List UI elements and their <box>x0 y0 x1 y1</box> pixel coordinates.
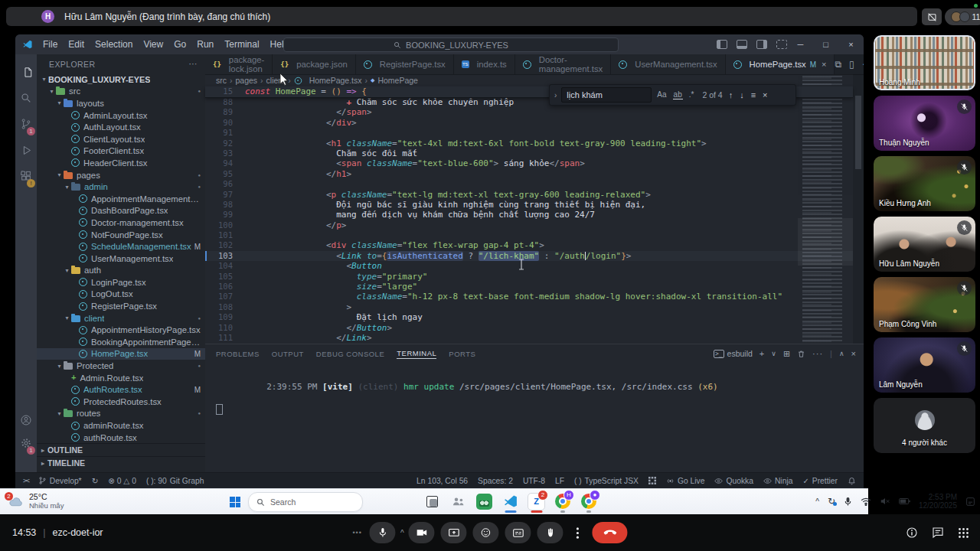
chrome-profile2-button[interactable]: ● <box>579 492 598 511</box>
captions-button[interactable] <box>505 522 531 543</box>
code-line-106[interactable]: 106 size="large" <box>205 282 853 292</box>
tree-item-auth[interactable]: ▾auth <box>37 265 205 277</box>
code-line-93[interactable]: 93 Chăm sóc đôi mắt <box>205 148 853 158</box>
maximize-panel-icon[interactable]: ∧ <box>839 350 844 357</box>
tree-item-AppointmentHistoryPage.tsx[interactable]: AppointmentHistoryPage.tsx <box>37 324 205 336</box>
toggle-panel-icon[interactable] <box>737 40 747 49</box>
task-view-button[interactable] <box>423 492 442 511</box>
code-line-103[interactable]: 103 <Link to={isAuthenticated ? "/lich-k… <box>205 251 853 261</box>
more-options-button[interactable] <box>570 522 586 543</box>
windows-start-button[interactable] <box>230 497 240 507</box>
code-line-96[interactable]: 96 <box>205 179 853 189</box>
participant-tile-Phạm Công Vinh[interactable]: Phạm Công Vinh <box>874 277 975 332</box>
code-line-102[interactable]: 102 <div className="flex flex-wrap gap-4… <box>205 240 853 250</box>
participant-tile-4 người khác[interactable]: 4 người khác <box>874 398 975 453</box>
remote-indicator[interactable]: >< <box>23 477 28 484</box>
editor-tab-Doctor-management.tsx[interactable]: Doctor-management.tsx <box>515 54 612 74</box>
code-line-97[interactable]: 97 <p className="text-lg md:text-xl text… <box>205 190 853 200</box>
vscode-taskbar-button[interactable] <box>501 492 520 511</box>
menu-selection[interactable]: Selection <box>90 39 138 50</box>
code-line-109[interactable]: 109 Đặt lịch ngay <box>205 312 853 322</box>
tree-item-RegisterPage.tsx[interactable]: RegisterPage.tsx <box>37 300 205 312</box>
tree-item-pages[interactable]: ▾pages● <box>37 169 205 181</box>
reactions-button[interactable] <box>473 522 499 543</box>
tree-item-AuthRoutes.tsx[interactable]: AuthRoutes.tsxM <box>37 383 205 396</box>
editor-tab-UserManagement.tsx[interactable]: UserManagement.tsx <box>611 54 725 74</box>
status-item-ln-103-col-56[interactable]: Ln 103, Col 56 <box>416 477 468 485</box>
tree-item-ClientLayout.tsx[interactable]: ClientLayout.tsx <box>37 133 205 145</box>
close-panel-icon[interactable]: × <box>851 349 856 358</box>
minimap-slider[interactable] <box>798 218 853 266</box>
tree-item-ScheduleManagement.tsx[interactable]: ScheduleManagement.tsxM <box>37 240 205 253</box>
whole-word-toggle[interactable]: ab <box>673 90 683 99</box>
minimize-button[interactable]: ─ <box>788 34 813 54</box>
kill-terminal-icon[interactable] <box>797 350 805 358</box>
code-line-107[interactable]: 107 className="h-12 px-8 text-base font-… <box>205 292 853 302</box>
customize-layout-icon[interactable] <box>776 40 787 49</box>
tree-item-HomePage.tsx[interactable]: HomePage.tsxM <box>37 348 205 360</box>
status-item-ninja[interactable]: Ninja <box>763 477 792 485</box>
editor-tab-HomePage.tsx[interactable]: HomePage.tsxM× <box>726 54 835 74</box>
activities-grid-icon[interactable] <box>958 527 969 539</box>
split-terminal-icon[interactable]: ⊞ <box>783 349 790 359</box>
people-widget-button[interactable] <box>449 492 468 511</box>
command-center-search[interactable]: BOOKING_LUXURY-EYES <box>283 37 619 52</box>
code-line-98[interactable]: 98 Đội ngũ bác sĩ giàu kinh nghiệm cùng … <box>205 200 853 210</box>
taskbar-clock[interactable]: 2:53 PM 12/20/2025 <box>919 493 957 510</box>
find-in-selection-icon[interactable]: ≡ <box>751 90 756 99</box>
tree-item-AdminLayout.tsx[interactable]: AdminLayout.tsx <box>37 109 205 122</box>
code-line-89[interactable]: 89 </span> <box>205 107 853 117</box>
panel-tab-output[interactable]: OUTPUT <box>272 350 304 358</box>
mic-options-icon[interactable]: ••• <box>352 529 361 536</box>
tree-item-layouts[interactable]: ▾layouts <box>37 97 205 109</box>
participant-tile-Thuận Nguyễn[interactable]: Thuận Nguyễn <box>874 96 975 151</box>
toggle-sidebar-icon[interactable] <box>717 40 727 49</box>
match-case-toggle[interactable]: Aa <box>656 90 667 99</box>
panel-tab-debug-console[interactable]: DEBUG CONSOLE <box>316 350 384 358</box>
status-item-prettier[interactable]: ✓Prettier <box>802 477 838 485</box>
status-item-utf-8[interactable]: UTF-8 <box>523 477 545 485</box>
tree-item-src[interactable]: ▾src● <box>37 86 205 98</box>
menu-go[interactable]: Go <box>168 39 191 50</box>
tree-item-HeaderClient.tsx[interactable]: HeaderClient.tsx <box>37 157 205 169</box>
tree-item-BOOKING_LUXURY-EYES[interactable]: ▾BOOKING_LUXURY-EYES <box>37 73 205 86</box>
onedrive-sync-icon[interactable]: ↻ <box>828 496 835 507</box>
participant-tile-Kiều Hưng Anh[interactable]: Kiều Hưng Anh <box>874 156 975 211</box>
code-line-111[interactable]: 111 </Link> <box>205 333 853 343</box>
tree-item-client[interactable]: ▾client● <box>37 312 205 324</box>
extensions-icon[interactable]: ! <box>15 165 37 187</box>
tree-item-FooterClient.tsx[interactable]: FooterClient.tsx <box>37 145 205 158</box>
end-call-button[interactable] <box>593 522 628 543</box>
editor-tab-package-lock.json[interactable]: package-lock.json <box>205 54 273 74</box>
code-line-110[interactable]: 110 </Button> <box>205 323 853 333</box>
tree-item-NotFoundPage.tsx[interactable]: NotFoundPage.tsx <box>37 229 205 241</box>
settings-gear-icon[interactable]: 1 <box>15 432 37 455</box>
menu-terminal[interactable]: Terminal <box>219 39 264 50</box>
weather-widget[interactable]: 2 25°C Nhiều mây <box>8 492 64 510</box>
photos-app-button[interactable] <box>475 492 494 511</box>
toggle-changes-icon[interactable]: ⧉ <box>835 59 841 70</box>
tree-item-LogOut.tsx[interactable]: LogOut.tsx <box>37 289 205 301</box>
code-line-104[interactable]: 104 <Button <box>205 261 853 271</box>
editor-more-icon[interactable]: ⋯ <box>862 59 864 70</box>
tree-item-Doctor-management.tsx[interactable]: Doctor-management.tsx <box>37 217 205 229</box>
tree-item-BookingAppointmentPage.tsx[interactable]: BookingAppointmentPage.tsx <box>37 336 205 348</box>
status-item-grid[interactable] <box>648 477 656 484</box>
tree-item-DashBoardPage.tsx[interactable]: DashBoardPage.tsx <box>37 205 205 217</box>
sidebar-section-outline[interactable]: ▸OUTLINE <box>37 443 205 456</box>
maximize-button[interactable]: □ <box>813 34 838 54</box>
tree-item-Admin.Route.tsx[interactable]: Admin.Route.tsx <box>37 372 205 384</box>
status-item[interactable]: Git Graph <box>170 477 204 485</box>
annotation-off-button[interactable] <box>922 8 942 25</box>
breadcrumb-item-HomePage.tsx[interactable]: HomePage.tsx <box>309 76 362 85</box>
battery-icon[interactable] <box>899 497 910 505</box>
wifi-icon[interactable] <box>861 497 871 506</box>
new-terminal-icon[interactable]: + <box>760 349 764 358</box>
participant-tile-Hoàng Minh[interactable]: Hoàng Minh <box>874 35 975 90</box>
terminal-dropdown-icon[interactable]: ∨ <box>771 350 776 357</box>
status-item-spaces-2[interactable]: Spaces: 2 <box>478 477 513 485</box>
close-button[interactable]: × <box>838 34 864 54</box>
code-line-94[interactable]: 94 <span className="text-blue-600"> sáng… <box>205 158 853 168</box>
present-button[interactable] <box>441 522 467 543</box>
scrollbar-thumb[interactable] <box>855 96 861 169</box>
